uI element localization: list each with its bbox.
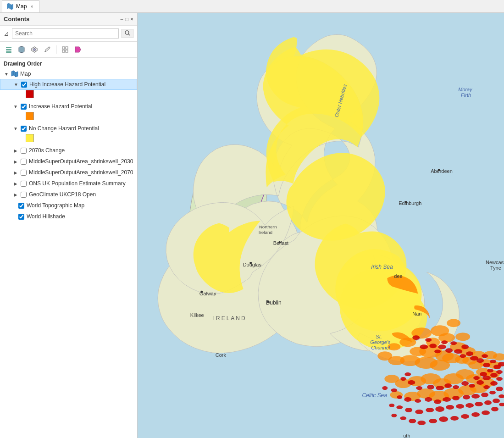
- svg-point-94: [416, 386, 422, 390]
- map-tab-label: Map: [16, 3, 27, 10]
- sidebar-float-btn[interactable]: □: [125, 16, 128, 22]
- expand-ons-pop: ▶: [13, 181, 18, 186]
- layer-row-msoa-2070[interactable]: ▶ MiddleSuperOutputArea_shrinkswell_2070: [0, 167, 137, 178]
- grid-icon[interactable]: [60, 44, 70, 55]
- svg-text:dee: dee: [394, 273, 402, 279]
- filter-polygon-icon[interactable]: [29, 44, 39, 55]
- layer-row-2070s[interactable]: ▶ 2070s Change: [0, 145, 137, 156]
- svg-point-120: [396, 405, 403, 409]
- checkbox-world-topo[interactable]: [18, 203, 24, 209]
- svg-point-95: [427, 385, 434, 389]
- svg-point-100: [469, 384, 475, 388]
- checkbox-msoa-2070[interactable]: [21, 170, 27, 176]
- layer-item-world-topo: World Topographic Map: [0, 200, 137, 211]
- label-icon[interactable]: [73, 44, 83, 55]
- checkbox-no-change[interactable]: [21, 126, 27, 132]
- svg-point-114: [463, 395, 470, 399]
- map-tab-close[interactable]: ×: [29, 4, 34, 9]
- checkbox-2070s[interactable]: [21, 148, 27, 154]
- checkbox-world-hillshade[interactable]: [18, 214, 24, 220]
- list-view-icon[interactable]: [4, 44, 14, 55]
- svg-point-82: [490, 360, 496, 363]
- checkbox-increase[interactable]: [21, 104, 27, 110]
- expand-msoa-2030: ▶: [13, 159, 18, 164]
- svg-point-103: [490, 381, 498, 386]
- svg-point-140: [471, 412, 480, 417]
- svg-point-110: [425, 397, 432, 402]
- layer-row-world-hillshade[interactable]: World Hillshade: [0, 211, 137, 222]
- layer-row-world-topo[interactable]: World Topographic Map: [0, 200, 137, 211]
- swatch-high-increase: [26, 90, 34, 98]
- svg-point-99: [461, 381, 469, 386]
- checkbox-geoclimate[interactable]: [21, 192, 27, 198]
- layer-name-world-hillshade: World Hillshade: [27, 213, 133, 220]
- layer-item-2070s: ▶ 2070s Change: [0, 145, 137, 156]
- map-svg: Moray Firth North Sea Aberdeen Outer Heb…: [138, 13, 504, 438]
- svg-marker-16: [11, 71, 18, 77]
- svg-point-71: [441, 340, 448, 344]
- svg-point-106: [391, 388, 397, 392]
- svg-point-174: [438, 169, 440, 171]
- svg-point-70: [438, 344, 446, 349]
- layer-row-high-increase[interactable]: ▼ High Increase Hazard Potential: [0, 79, 137, 90]
- svg-point-92: [400, 377, 406, 381]
- svg-marker-10: [33, 48, 36, 51]
- svg-point-109: [415, 399, 421, 403]
- svg-rect-13: [66, 47, 68, 49]
- layer-item-increase: ▼ Increase Hazard Potential: [0, 101, 137, 123]
- svg-point-36: [455, 333, 470, 341]
- checkbox-high-increase[interactable]: [21, 82, 27, 88]
- svg-point-141: [482, 410, 490, 415]
- drawing-order-label: Drawing Order: [0, 58, 137, 69]
- layer-name-no-change: No Change Hazard Potential: [29, 125, 133, 132]
- layer-name-increase: Increase Hazard Potential: [29, 103, 133, 110]
- svg-text:George's: George's: [370, 339, 391, 345]
- svg-text:St.: St.: [376, 334, 382, 339]
- svg-point-142: [491, 407, 498, 411]
- layer-item-msoa-2070: ▶ MiddleSuperOutputArea_shrinkswell_2070: [0, 167, 137, 178]
- edit-icon[interactable]: [42, 44, 52, 55]
- sidebar-pin-btn[interactable]: −: [120, 16, 123, 22]
- expand-geoclimate: ▶: [13, 192, 18, 197]
- svg-point-97: [444, 383, 452, 388]
- layer-name-msoa-2030: MiddleSuperOutputArea_shrinkswell_2030: [29, 158, 133, 165]
- sidebar-header: Contents − □ ×: [0, 13, 137, 26]
- layer-row-increase[interactable]: ▼ Increase Hazard Potential: [0, 101, 137, 112]
- layer-item-world-hillshade: World Hillshade: [0, 211, 137, 222]
- sidebar-close-btn[interactable]: ×: [130, 16, 133, 22]
- search-go-button[interactable]: [122, 29, 133, 38]
- svg-text:Belfast: Belfast: [273, 240, 289, 246]
- layer-row-msoa-2030[interactable]: ▶ MiddleSuperOutputArea_shrinkswell_2030: [0, 156, 137, 167]
- svg-point-125: [446, 405, 454, 410]
- layer-row-no-change[interactable]: ▼ No Change Hazard Potential: [0, 123, 137, 134]
- svg-text:Irish Sea: Irish Sea: [371, 264, 393, 270]
- map-tab[interactable]: Map ×: [2, 0, 39, 12]
- search-input[interactable]: [12, 28, 119, 39]
- database-icon[interactable]: [17, 44, 27, 55]
- svg-text:Celtic Sea: Celtic Sea: [362, 392, 387, 399]
- svg-text:uth: uth: [403, 433, 410, 438]
- sidebar-title: Contents: [4, 16, 29, 22]
- svg-point-132: [391, 414, 397, 417]
- svg-point-133: [400, 416, 406, 420]
- layer-row-ons-pop[interactable]: ▶ ONS UK Population Estimate Summary: [0, 178, 137, 189]
- svg-point-24: [438, 333, 455, 342]
- expand-2070s: ▶: [13, 148, 18, 153]
- layer-row-geoclimate[interactable]: ▶ GeoClimate UKCP18 Open: [0, 189, 137, 200]
- layer-item-no-change: ▼ No Change Hazard Potential: [0, 123, 137, 145]
- checkbox-msoa-2030[interactable]: [21, 159, 27, 165]
- svg-rect-6: [6, 49, 11, 50]
- svg-point-137: [439, 416, 448, 422]
- svg-point-88: [490, 373, 498, 377]
- map-tab-icon: [7, 3, 13, 10]
- svg-point-108: [404, 397, 411, 402]
- svg-text:Firth: Firth: [461, 92, 471, 98]
- map-group-header[interactable]: ▼ Map: [0, 69, 137, 79]
- svg-text:Douglas: Douglas: [243, 262, 262, 267]
- svg-point-178: [200, 291, 203, 293]
- svg-text:Nan: Nan: [412, 311, 421, 316]
- map-area[interactable]: Moray Firth North Sea Aberdeen Outer Heb…: [138, 13, 504, 438]
- checkbox-ons-pop[interactable]: [21, 181, 27, 187]
- svg-point-117: [489, 391, 496, 394]
- svg-point-123: [426, 408, 434, 412]
